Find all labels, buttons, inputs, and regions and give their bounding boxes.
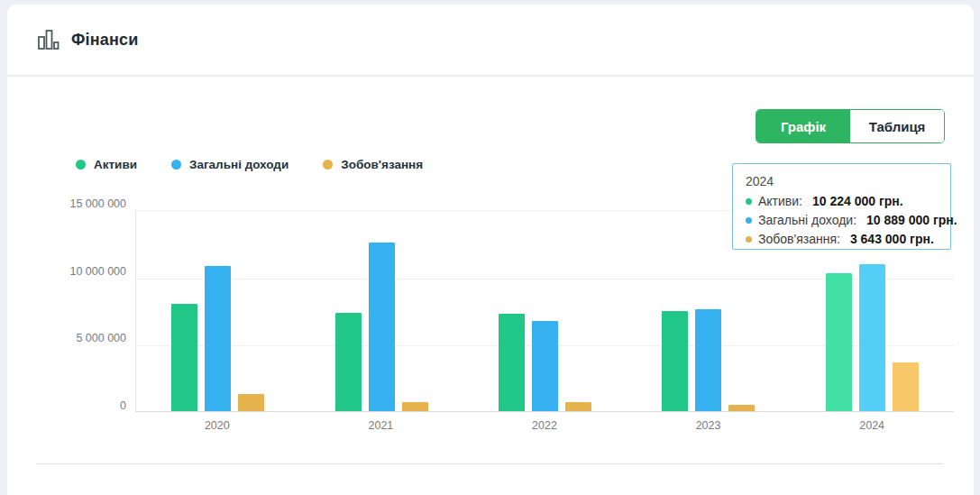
legend-item-assets[interactable]: Активи: [76, 158, 137, 171]
bar-assets-2020[interactable]: [171, 304, 197, 411]
bar-income-2024[interactable]: [859, 264, 885, 411]
legend-item-liabilities[interactable]: Зобов'язання: [323, 158, 423, 171]
bar-group-2021: [299, 211, 463, 411]
legend-label: Зобов'язання: [341, 158, 423, 171]
tooltip-value: 3 643 000 грн.: [850, 230, 934, 249]
y-axis-label: 5 000 000: [76, 332, 126, 344]
legend-dot-assets-icon: [76, 160, 86, 170]
legend-label: Загальні доходи: [189, 158, 289, 171]
tooltip-label: Зобов'язання:: [758, 230, 840, 249]
chart-legend: Активи Загальні доходи Зобов'язання: [76, 158, 423, 171]
x-axis: 20202021202220232024: [135, 419, 954, 432]
legend-label: Активи: [94, 158, 137, 171]
chart-view-button[interactable]: Графік: [756, 110, 850, 142]
x-axis-label: 2020: [135, 419, 299, 432]
legend-dot-income-icon: [171, 160, 181, 170]
bar-liabilities-2024[interactable]: [893, 362, 919, 411]
bar-group-2020: [136, 211, 299, 411]
tooltip-item: Зобов'язання: 3 643 000 грн.: [746, 230, 938, 249]
bar-assets-2024[interactable]: [826, 273, 852, 411]
x-axis-label: 2021: [299, 419, 463, 432]
bar-liabilities-2020[interactable]: [238, 394, 264, 411]
x-axis-label: 2023: [627, 419, 791, 432]
page-title: Фінанси: [71, 31, 139, 50]
tooltip-title: 2024: [746, 174, 938, 188]
bar-chart-icon: [37, 29, 60, 50]
legend-dot-liabilities-icon: [323, 160, 333, 170]
tooltip-value: 10 889 000 грн.: [866, 211, 957, 230]
finance-panel: Графік Таблиця Активи Загальні доходи Зо…: [7, 77, 974, 495]
bar-assets-2021[interactable]: [335, 313, 362, 411]
tooltip-value: 10 224 000 грн.: [812, 192, 903, 211]
bar-income-2020[interactable]: [205, 266, 231, 411]
tooltip-dot-income-icon: [746, 217, 752, 224]
y-axis: 05 000 00010 000 00015 000 000: [7, 204, 126, 406]
tooltip-label: Загальні доходи:: [758, 211, 856, 230]
bar-liabilities-2021[interactable]: [402, 402, 428, 411]
bar-group-2022: [463, 211, 627, 411]
bar-liabilities-2023[interactable]: [728, 405, 755, 411]
view-toggle: Графік Таблиця: [756, 109, 945, 143]
chart-tooltip: 2024 Активи: 10 224 000 грн. Загальні до…: [732, 163, 951, 250]
y-axis-label: 15 000 000: [69, 197, 126, 210]
bar-income-2023[interactable]: [695, 309, 721, 411]
bar-income-2022[interactable]: [532, 321, 558, 411]
x-axis-label: 2022: [463, 419, 627, 432]
legend-item-income[interactable]: Загальні доходи: [171, 158, 289, 171]
header: Фінанси: [7, 5, 974, 76]
bar-liabilities-2022[interactable]: [565, 402, 591, 411]
tooltip-dot-assets-icon: [746, 198, 752, 205]
tooltip-item: Активи: 10 224 000 грн.: [746, 192, 938, 211]
bar-income-2021[interactable]: [369, 243, 395, 411]
y-axis-label: 10 000 000: [69, 265, 126, 278]
bar-assets-2023[interactable]: [662, 311, 688, 411]
table-view-button[interactable]: Таблиця: [850, 110, 944, 142]
tooltip-item: Загальні доходи: 10 889 000 грн.: [746, 211, 938, 230]
tooltip-dot-liabilities-icon: [746, 236, 752, 243]
bar-assets-2022[interactable]: [499, 314, 525, 411]
y-axis-label: 0: [120, 399, 126, 412]
x-axis-label: 2024: [790, 419, 954, 432]
section-divider: [36, 463, 943, 464]
tooltip-label: Активи:: [758, 192, 802, 211]
